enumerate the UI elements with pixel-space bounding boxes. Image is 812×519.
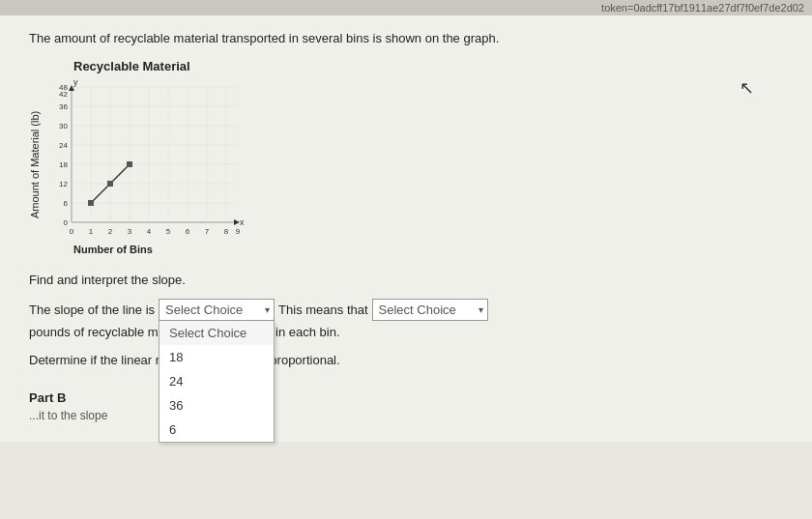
svg-text:4: 4 xyxy=(147,227,152,236)
dropdown-item-18[interactable]: 18 xyxy=(160,345,274,369)
svg-text:8: 8 xyxy=(224,227,229,236)
problem-description: The amount of recyclable material transp… xyxy=(29,31,783,45)
svg-rect-43 xyxy=(127,161,132,167)
graph-section: Recyclable Material Amount of Material (… xyxy=(29,59,783,255)
slope-select-choice[interactable]: Select Choice xyxy=(159,299,275,321)
x-axis-label: Number of Bins xyxy=(73,244,153,255)
slope-row: The slope of the line is Select Choice S… xyxy=(29,299,783,339)
svg-text:9: 9 xyxy=(236,227,241,236)
top-bar: token=0adcff17bf1911ae27df7f0ef7de2d02 xyxy=(0,0,812,15)
svg-text:36: 36 xyxy=(59,102,68,111)
svg-text:0: 0 xyxy=(70,227,74,236)
means-select-choice[interactable]: Select Choice xyxy=(372,299,488,321)
svg-text:y: y xyxy=(73,77,78,87)
find-slope-text: Find and interpret the slope. xyxy=(29,273,783,287)
chart-svg: 0 6 12 18 24 30 36 42 48 0 1 2 3 4 5 xyxy=(44,77,247,242)
slope-sentence-middle: This means that xyxy=(278,303,368,317)
slope-select-label: Select Choice xyxy=(165,303,243,317)
determine-text: Determine if the linear r xyxy=(29,353,160,367)
svg-text:3: 3 xyxy=(128,227,132,236)
slope-select-wrapper: Select Choice Select Choice 18 24 36 6 xyxy=(159,299,275,321)
slope-sentence-start: The slope of the line is xyxy=(29,303,155,317)
dropdown-item-6[interactable]: 6 xyxy=(160,418,274,442)
graph-container: Amount of Material (lb) xyxy=(29,77,247,242)
graph-title: Recyclable Material xyxy=(73,59,190,73)
graph-area: 0 6 12 18 24 30 36 42 48 0 1 2 3 4 5 xyxy=(44,77,247,242)
determine-row: Determine if the linear r Select Choice … xyxy=(29,349,783,371)
dropdown-item-24[interactable]: 24 xyxy=(160,369,274,393)
means-select-label: Select Choice xyxy=(379,303,456,317)
bottom-hint: ...it to the slope xyxy=(29,409,783,422)
svg-text:18: 18 xyxy=(59,160,68,169)
svg-text:12: 12 xyxy=(59,180,68,188)
part-b-label: Part B xyxy=(29,390,783,405)
svg-text:30: 30 xyxy=(59,122,68,130)
dropdown-item-header[interactable]: Select Choice xyxy=(160,321,274,345)
svg-text:6: 6 xyxy=(186,227,190,236)
svg-text:5: 5 xyxy=(166,227,171,236)
slope-dropdown: Select Choice 18 24 36 6 xyxy=(159,321,275,443)
svg-rect-42 xyxy=(107,181,113,187)
svg-text:x: x xyxy=(240,217,245,227)
y-axis-label: Amount of Material (lb) xyxy=(29,87,41,242)
dropdown-item-36[interactable]: 36 xyxy=(160,393,274,418)
svg-text:7: 7 xyxy=(205,227,210,236)
svg-text:1: 1 xyxy=(89,227,94,236)
main-content: The amount of recyclable material transp… xyxy=(0,15,812,442)
svg-rect-41 xyxy=(88,200,94,206)
token-text: token=0adcff17bf1911ae27df7f0ef7de2d02 xyxy=(601,2,804,14)
svg-text:48: 48 xyxy=(59,83,68,92)
svg-text:24: 24 xyxy=(59,141,68,150)
proportional-text: proportional. xyxy=(270,353,339,367)
svg-text:6: 6 xyxy=(64,199,69,208)
svg-text:2: 2 xyxy=(108,227,113,236)
svg-text:0: 0 xyxy=(64,218,69,227)
